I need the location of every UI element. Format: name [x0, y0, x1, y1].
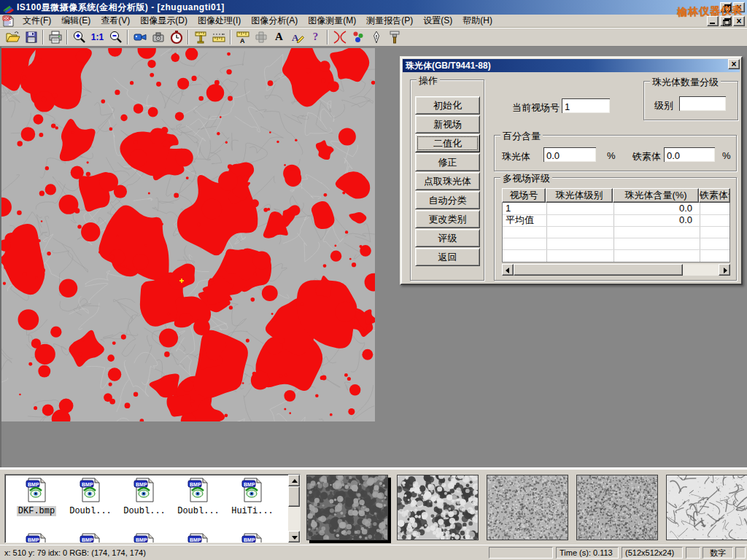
zoom-out-icon[interactable] [107, 28, 125, 45]
thumbnail-3[interactable] [487, 475, 568, 540]
menu-view[interactable]: 查看(V) [96, 14, 135, 28]
caliper-icon[interactable] [191, 28, 209, 45]
video-capture-icon[interactable] [131, 28, 149, 45]
row1-ferrite[interactable] [701, 203, 730, 214]
menu-measure-report[interactable]: 测量报告(P) [361, 14, 418, 28]
curve-tool-icon[interactable] [330, 28, 349, 45]
table-hscrollbar[interactable] [502, 264, 730, 276]
ferrite-percent-input[interactable] [664, 147, 715, 162]
row2-grade[interactable] [548, 214, 612, 226]
row2-field[interactable]: 平均值 [506, 214, 545, 226]
row1-grade[interactable] [548, 203, 612, 214]
col-ferrite-content[interactable]: 铁素体含量(%) [699, 188, 730, 203]
print-icon[interactable] [46, 28, 64, 45]
zoom-in-icon[interactable] [70, 28, 88, 45]
thumbnail-2[interactable] [397, 475, 479, 540]
file-name[interactable]: Doubl... [68, 506, 113, 516]
file-item[interactable]: BMP Doubl... [171, 478, 225, 516]
ruler-icon[interactable] [209, 28, 228, 45]
cursor-position-readout: x: 510 y: 79 idx: 0 RGB: (174, 174, 174) [4, 548, 146, 557]
camera-capture-icon[interactable] [149, 28, 167, 45]
thumbnail-1[interactable] [306, 475, 388, 540]
initialize-button[interactable]: 初始化 [415, 96, 480, 114]
classify-tool-icon[interactable] [349, 28, 367, 45]
mdi-close-button[interactable] [733, 16, 745, 26]
table-body[interactable]: 1 0.0 平均值 0.0 [502, 203, 730, 262]
thumbnail-5[interactable] [666, 475, 747, 540]
level-input[interactable] [679, 96, 726, 111]
menu-help[interactable]: 帮助(H) [457, 14, 498, 28]
menu-image-measure[interactable]: 图像测量(M) [303, 14, 361, 28]
thumbnail-4[interactable] [576, 475, 658, 540]
pearlite-percent-input[interactable] [543, 147, 596, 162]
menu-edit[interactable]: 编辑(E) [56, 14, 96, 28]
timer-icon[interactable] [167, 28, 185, 45]
row2-ferrite[interactable] [701, 214, 730, 226]
menu-image-analysis[interactable]: 图像分析(A) [246, 14, 303, 28]
status-image-size: (512x512x24) [622, 547, 683, 559]
edit-annotation-icon[interactable]: A [288, 28, 306, 45]
metallograph-image[interactable] [1, 48, 375, 421]
restore-button[interactable] [720, 2, 732, 12]
scroll-down-icon[interactable] [288, 531, 300, 542]
file-item[interactable]: BMP [225, 533, 279, 543]
grade-button[interactable]: 评级 [415, 229, 480, 247]
auto-classify-button[interactable]: 自动分类 [415, 191, 480, 209]
file-item[interactable]: BMP [117, 533, 171, 543]
menu-image-process[interactable]: 图像处理(I) [193, 14, 246, 28]
file-name[interactable]: Doubl... [176, 506, 221, 516]
file-name[interactable]: DKF.bmp [17, 506, 56, 516]
menu-file[interactable]: 文件(F) [18, 14, 56, 28]
file-item[interactable]: BMP [9, 533, 63, 543]
row1-content[interactable]: 0.0 [614, 203, 700, 214]
scroll-up-icon[interactable] [288, 475, 300, 486]
document-icon[interactable]: DOC [2, 15, 15, 27]
pick-pearlite-button[interactable]: 点取珠光体 [415, 172, 480, 190]
col-pearlite-content[interactable]: 珠光体含量(%) [613, 188, 699, 203]
binarize-button[interactable]: 二值化 [415, 134, 480, 152]
file-item[interactable]: BMP HuiTi... [225, 478, 279, 516]
text-annotation-icon[interactable]: A [270, 28, 288, 45]
change-class-button[interactable]: 更改类别 [415, 210, 480, 228]
file-name[interactable]: Doubl... [122, 506, 167, 516]
image-merge-icon[interactable] [252, 28, 270, 45]
actual-size-icon[interactable]: 1:1 [88, 28, 107, 45]
menu-image-display[interactable]: 图像显示(D) [135, 14, 193, 28]
hscroll-thumb[interactable] [514, 264, 683, 276]
grading-group-label: 珠光体数量分级 [650, 76, 721, 89]
bmp-file-icon: BMP [186, 533, 211, 543]
dialog-title-bar[interactable]: 珠光体(GB/T9441-88) [403, 59, 740, 72]
mdi-restore-button[interactable] [720, 16, 732, 26]
new-field-button[interactable]: 新视场 [415, 115, 480, 133]
pearlite-label: 珠光体 [502, 150, 530, 163]
file-list-vscrollbar[interactable] [288, 475, 300, 542]
menu-settings[interactable]: 设置(S) [418, 14, 457, 28]
svg-text:BMP: BMP [244, 537, 255, 542]
file-item[interactable]: BMP [63, 533, 117, 543]
file-item[interactable]: BMP DKF.bmp [9, 478, 63, 516]
brush-tool-icon[interactable] [385, 28, 403, 45]
file-item[interactable]: BMP [171, 533, 225, 543]
mdi-minimize-button[interactable] [707, 16, 719, 26]
calibration-icon[interactable]: A [233, 28, 252, 45]
save-file-icon[interactable] [22, 28, 40, 45]
col-field-number[interactable]: 视场号 [502, 188, 546, 203]
file-item[interactable]: BMP Doubl... [117, 478, 171, 516]
dialog-close-icon[interactable] [728, 59, 740, 69]
close-button[interactable] [733, 2, 745, 12]
file-list[interactable]: BMP DKF.bmp BMP Doubl... BMP Doubl... BM… [4, 474, 301, 543]
file-item[interactable]: BMP Doubl... [63, 478, 117, 516]
vscroll-thumb[interactable] [288, 486, 300, 507]
row2-content[interactable]: 0.0 [614, 214, 700, 226]
correct-button[interactable]: 修正 [415, 153, 480, 171]
file-name[interactable]: HuiTi... [230, 506, 275, 516]
scroll-left-icon[interactable] [502, 264, 514, 276]
scroll-right-icon[interactable] [719, 264, 730, 276]
return-button[interactable]: 返回 [415, 248, 480, 266]
help-icon[interactable]: ? [306, 28, 325, 45]
current-field-input[interactable] [562, 98, 610, 113]
pen-tool-icon[interactable] [367, 28, 385, 45]
col-pearlite-grade[interactable]: 珠光体级别 [546, 188, 613, 203]
row1-field[interactable]: 1 [506, 203, 545, 214]
open-file-icon[interactable] [4, 28, 22, 45]
